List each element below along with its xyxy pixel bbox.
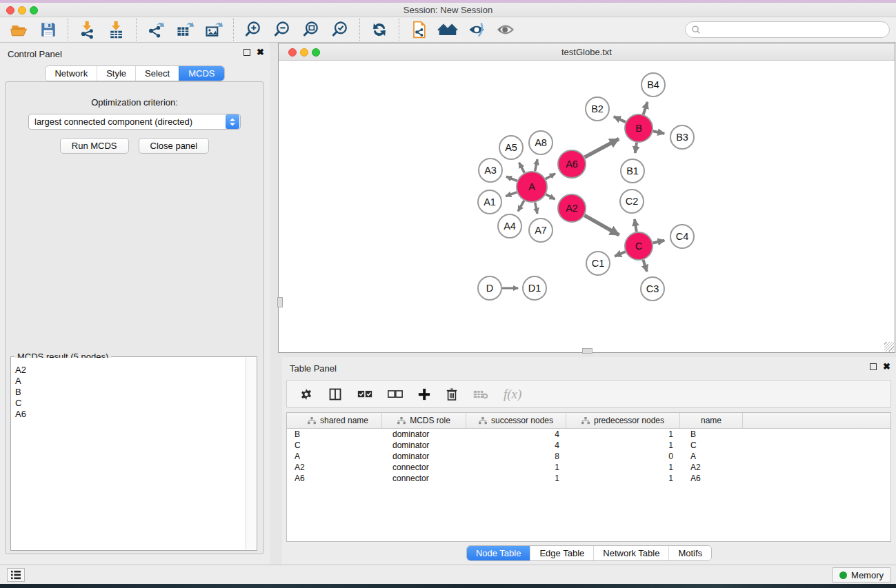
tab-network-table[interactable]: Network Table bbox=[593, 546, 668, 560]
cell-successor-nodes[interactable]: 1 bbox=[466, 474, 566, 483]
cell-name[interactable]: A bbox=[680, 452, 743, 461]
unselect-all-button[interactable] bbox=[388, 389, 403, 399]
cell-shared-name[interactable]: B bbox=[287, 429, 382, 439]
column-header-successor-nodes[interactable]: successor nodes bbox=[466, 413, 566, 428]
mcds-result-item[interactable]: A bbox=[15, 376, 246, 387]
column-header-shared-name[interactable]: shared name bbox=[287, 413, 382, 428]
cell-mcds-role[interactable]: connector bbox=[382, 474, 466, 483]
graph-edge-A-A4[interactable] bbox=[518, 201, 524, 211]
hide-selected-button[interactable] bbox=[466, 19, 488, 41]
graph-edge-A-A6[interactable] bbox=[546, 174, 555, 179]
window-resize-grip[interactable] bbox=[884, 342, 894, 352]
cell-successor-nodes[interactable]: 8 bbox=[466, 452, 566, 461]
cell-successor-nodes[interactable]: 4 bbox=[466, 429, 566, 439]
table-settings-button[interactable] bbox=[299, 387, 313, 401]
memory-button[interactable]: Memory bbox=[832, 567, 891, 582]
cell-mcds-role[interactable]: dominator bbox=[382, 452, 466, 461]
zoom-fit-button[interactable] bbox=[300, 19, 322, 41]
cell-predecessor-nodes[interactable]: 1 bbox=[566, 440, 680, 450]
birdseye-handle-bottom[interactable] bbox=[582, 348, 593, 354]
select-all-button[interactable] bbox=[357, 389, 372, 399]
zoom-out-button[interactable] bbox=[271, 19, 293, 41]
import-network-button[interactable] bbox=[77, 19, 99, 41]
table-row[interactable]: A dominator 8 0 A bbox=[287, 451, 890, 462]
cell-shared-name[interactable]: A6 bbox=[287, 474, 382, 483]
zoom-selected-button[interactable] bbox=[329, 19, 351, 41]
cell-predecessor-nodes[interactable]: 0 bbox=[566, 452, 680, 461]
cell-name[interactable]: B bbox=[680, 429, 743, 439]
tab-motifs[interactable]: Motifs bbox=[668, 546, 711, 560]
create-column-button[interactable] bbox=[418, 388, 430, 401]
new-network-from-selection-button[interactable] bbox=[408, 19, 430, 41]
network-window-titlebar[interactable]: testGlobe.txt bbox=[279, 43, 895, 61]
float-table-panel-icon[interactable] bbox=[870, 363, 877, 370]
cell-name[interactable]: A6 bbox=[680, 474, 743, 483]
cell-predecessor-nodes[interactable]: 1 bbox=[566, 474, 680, 483]
graph-edge-B-B2[interactable] bbox=[614, 116, 626, 122]
graph-edge-C-C2[interactable] bbox=[635, 219, 637, 232]
import-table-button[interactable] bbox=[106, 19, 128, 41]
table-row[interactable]: A6 connector 1 1 A6 bbox=[287, 473, 890, 484]
cell-predecessor-nodes[interactable]: 1 bbox=[566, 463, 680, 472]
refresh-button[interactable] bbox=[368, 19, 390, 41]
mcds-result-item[interactable]: A6 bbox=[15, 409, 246, 420]
first-neighbors-button[interactable] bbox=[437, 19, 459, 41]
column-header-mcds-role[interactable]: MCDS role bbox=[382, 413, 466, 428]
graph-edge-A-A5[interactable] bbox=[519, 163, 524, 173]
result-scrollbar[interactable] bbox=[246, 358, 256, 549]
cell-mcds-role[interactable]: dominator bbox=[382, 429, 466, 439]
network-graph[interactable]: B4B2BB3A8A5A6A3B1AA1C2A2A4A7C4CC1C3DD1 bbox=[279, 61, 895, 353]
close-panel-button[interactable]: Close panel bbox=[139, 138, 210, 154]
birdseye-handle-left[interactable] bbox=[277, 297, 283, 307]
delete-column-button[interactable] bbox=[446, 387, 458, 401]
cell-shared-name[interactable]: A bbox=[287, 452, 382, 461]
close-panel-icon[interactable]: ✖ bbox=[257, 49, 264, 56]
graph-edge-B-B1[interactable] bbox=[635, 143, 637, 153]
column-header-name[interactable]: name bbox=[680, 413, 743, 428]
save-session-button[interactable] bbox=[37, 19, 59, 41]
export-network-button[interactable] bbox=[145, 19, 167, 41]
tab-node-table[interactable]: Node Table bbox=[467, 546, 530, 560]
cell-successor-nodes[interactable]: 4 bbox=[466, 440, 566, 450]
table-row[interactable]: C dominator 4 1 C bbox=[287, 440, 890, 451]
cell-name[interactable]: A2 bbox=[680, 463, 743, 472]
graph-edge-C-C3[interactable] bbox=[643, 260, 646, 272]
table-row[interactable]: A2 connector 1 1 A2 bbox=[287, 462, 890, 473]
close-table-panel-icon[interactable]: ✖ bbox=[883, 363, 890, 370]
graph-edge-A-A7[interactable] bbox=[535, 203, 537, 214]
table-row[interactable]: B dominator 4 1 B bbox=[287, 429, 890, 440]
tab-edge-table[interactable]: Edge Table bbox=[530, 546, 593, 560]
tab-style[interactable]: Style bbox=[97, 66, 135, 81]
graph-edge-A-A1[interactable] bbox=[506, 192, 517, 196]
mcds-result-list[interactable]: A2 A B C A6 bbox=[12, 358, 246, 549]
mcds-result-item[interactable]: C bbox=[15, 398, 246, 409]
graph-edge-C-C4[interactable] bbox=[653, 241, 664, 243]
graph-edge-B-B4[interactable] bbox=[644, 102, 648, 114]
float-panel-icon[interactable] bbox=[243, 49, 250, 56]
zoom-in-button[interactable] bbox=[242, 19, 264, 41]
cell-successor-nodes[interactable]: 1 bbox=[466, 463, 566, 472]
graph-edge-C-C1[interactable] bbox=[615, 252, 625, 256]
cell-mcds-role[interactable]: dominator bbox=[382, 440, 466, 450]
graph-edge-B-B3[interactable] bbox=[653, 131, 665, 133]
graph-edge-A6-B[interactable] bbox=[585, 139, 619, 157]
cell-shared-name[interactable]: C bbox=[287, 440, 382, 450]
network-canvas[interactable]: B4B2BB3A8A5A6A3B1AA1C2A2A4A7C4CC1C3DD1 bbox=[279, 61, 894, 352]
open-session-button[interactable] bbox=[8, 19, 30, 41]
show-task-history-button[interactable] bbox=[7, 568, 25, 582]
graph-edge-A-A8[interactable] bbox=[535, 159, 538, 171]
show-columns-button[interactable] bbox=[328, 387, 342, 401]
mcds-result-item[interactable]: A2 bbox=[15, 365, 246, 376]
show-all-button[interactable] bbox=[495, 19, 517, 41]
run-mcds-button[interactable]: Run MCDS bbox=[60, 138, 129, 154]
optimization-criterion-select[interactable]: largest connected component (directed) bbox=[28, 114, 241, 130]
graph-edge-A-A2[interactable] bbox=[546, 194, 555, 199]
export-table-button[interactable] bbox=[174, 19, 196, 41]
tab-mcds[interactable]: MCDS bbox=[179, 66, 223, 81]
tab-network[interactable]: Network bbox=[46, 66, 97, 81]
tab-select[interactable]: Select bbox=[135, 66, 179, 81]
cell-name[interactable]: C bbox=[680, 440, 743, 450]
graph-edge-A-A3[interactable] bbox=[506, 176, 517, 181]
column-header-predecessor-nodes[interactable]: predecessor nodes bbox=[566, 413, 680, 428]
search-input[interactable] bbox=[704, 25, 884, 34]
